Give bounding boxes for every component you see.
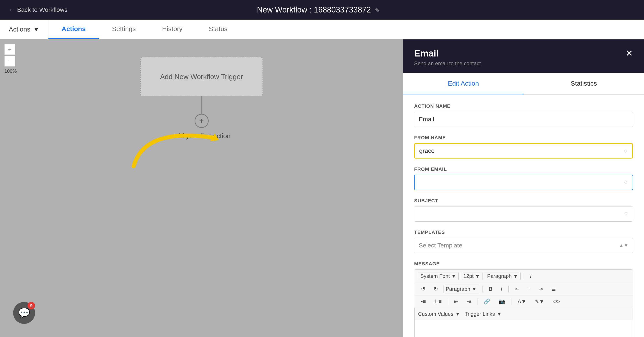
main-tabbar: Actions ▼ Actions Settings History Statu… (0, 20, 644, 39)
from-name-input[interactable] (419, 147, 623, 154)
zoom-out-button[interactable]: − (4, 56, 15, 66)
font-size-select[interactable]: 12pt ▼ (461, 272, 482, 280)
indent-button[interactable]: ⇥ (464, 297, 474, 306)
italic-button[interactable]: I (527, 272, 535, 281)
chevron-down-icon: ▼ (33, 26, 40, 33)
back-label: Back to Workflows (17, 6, 68, 13)
toolbar-separator-2 (482, 286, 482, 292)
subject-input[interactable] (419, 210, 624, 217)
message-label: MESSAGE (414, 261, 633, 267)
panel-header: Email Send an email to the contact ✕ (403, 39, 644, 73)
panel-tab-statistics[interactable]: Statistics (524, 73, 644, 94)
toolbar-row-lists: •≡ 1.≡ ⇤ ⇥ 🔗 📷 A▼ ✎▼ </> (414, 295, 633, 308)
templates-field: TEMPLATES Select Template ▲▼ (414, 230, 633, 253)
align-left-button[interactable]: ⇤ (512, 285, 522, 294)
undo-button[interactable]: ↺ (418, 285, 428, 294)
unordered-list-button[interactable]: •≡ (418, 297, 429, 306)
action-name-input[interactable] (419, 116, 628, 123)
toolbar-row-format: ↺ ↻ Paragraph ▼ B I ⇤ ≡ ⇥ ≣ (414, 283, 633, 295)
bold-button[interactable]: B (486, 285, 496, 294)
action-name-label: ACTION NAME (414, 103, 633, 109)
trigger-label: Add New Workflow Trigger (160, 72, 243, 82)
from-email-field: FROM EMAIL ♢ (414, 166, 633, 190)
paragraph-select-2[interactable]: Paragraph ▼ (443, 285, 479, 293)
tab-status[interactable]: Status (196, 20, 240, 39)
plus-icon: + (199, 116, 204, 125)
tag-icon[interactable]: ♢ (623, 148, 628, 154)
italic-button-2[interactable]: I (498, 285, 505, 294)
chat-badge: 9 (28, 302, 35, 310)
main-area: + − 100% Add New Workflow Trigger + Add … (0, 39, 644, 337)
tab-history[interactable]: History (149, 20, 196, 39)
align-right-button[interactable]: ⇥ (536, 285, 546, 294)
tab-actions[interactable]: Actions (48, 20, 99, 39)
image-button[interactable]: 📷 (496, 297, 508, 306)
tl-chevron-icon: ▼ (497, 311, 502, 317)
chat-bubble[interactable]: 💬 9 (13, 302, 35, 324)
toolbar-separator-6 (511, 298, 512, 305)
subject-input-wrapper: ♢ (414, 206, 633, 222)
para-chevron-icon: ▼ (513, 273, 518, 279)
templates-label: TEMPLATES (414, 230, 633, 235)
cv-chevron-icon: ▼ (455, 311, 460, 317)
subject-field: SUBJECT ♢ (414, 198, 633, 222)
panel-content: ACTION NAME FROM NAME ♢ FROM EMAIL ♢ (403, 95, 644, 337)
toolbar-separator-4 (448, 298, 448, 305)
custom-values-button[interactable]: Custom Values ▼ (418, 311, 460, 317)
outdent-button[interactable]: ⇤ (451, 297, 462, 306)
actions-dropdown-label: Actions (9, 26, 30, 33)
tab-settings[interactable]: Settings (99, 20, 149, 39)
code-button[interactable]: </> (550, 297, 563, 306)
close-panel-button[interactable]: ✕ (626, 48, 633, 58)
ordered-list-button[interactable]: 1.≡ (431, 297, 444, 306)
from-name-field: FROM NAME ♢ (414, 135, 633, 159)
workflow-title: New Workflow : 1688033733872 ✎ (257, 5, 380, 14)
panel-tab-edit[interactable]: Edit Action (403, 73, 524, 94)
template-placeholder: Select Template (419, 242, 462, 249)
action-name-field: ACTION NAME (414, 103, 633, 127)
subject-tag-icon[interactable]: ♢ (624, 211, 628, 217)
message-field: MESSAGE System Font ▼ 12pt ▼ Paragraph (414, 261, 633, 337)
email-tag-icon[interactable]: ♢ (624, 179, 628, 185)
from-email-input-wrapper: ♢ (414, 175, 633, 190)
edit-title-icon[interactable]: ✎ (375, 7, 380, 14)
justify-button[interactable]: ≣ (548, 285, 559, 294)
from-email-input[interactable] (419, 179, 624, 186)
panel-subtitle: Send an email to the contact (414, 60, 481, 66)
back-arrow-icon: ← (9, 6, 15, 13)
font-color-button[interactable]: A▼ (514, 297, 530, 306)
toolbar-separator-5 (477, 298, 478, 305)
back-to-workflows-button[interactable]: ← Back to Workflows (9, 6, 68, 13)
size-chevron-icon: ▼ (475, 273, 480, 279)
template-select[interactable]: Select Template ▲▼ (414, 238, 633, 253)
add-action-label: Add your first action (172, 132, 230, 140)
chat-icon: 💬 (18, 307, 30, 319)
link-button[interactable]: 🔗 (480, 297, 493, 306)
panel-title: Email (414, 48, 481, 59)
workflow-trigger-box[interactable]: Add New Workflow Trigger (140, 57, 263, 96)
add-action-button[interactable]: + (194, 114, 208, 128)
font-family-select[interactable]: System Font ▼ (418, 272, 458, 280)
right-panel: Email Send an email to the contact ✕ Edi… (403, 39, 644, 337)
panel-tabs: Edit Action Statistics (403, 73, 644, 95)
workflow-canvas: + − 100% Add New Workflow Trigger + Add … (0, 39, 403, 337)
actions-dropdown[interactable]: Actions ▼ (0, 20, 48, 39)
zoom-in-button[interactable]: + (4, 44, 15, 55)
zoom-percentage: 100% (4, 68, 17, 74)
panel-title-area: Email Send an email to the contact (414, 48, 481, 66)
trigger-links-button[interactable]: Trigger Links ▼ (465, 311, 502, 317)
connector-line (201, 96, 202, 114)
from-name-input-wrapper: ♢ (414, 143, 633, 159)
highlight-button[interactable]: ✎▼ (532, 297, 547, 306)
para2-chevron-icon: ▼ (472, 286, 477, 292)
redo-button[interactable]: ↻ (430, 285, 441, 294)
action-name-input-wrapper (414, 112, 633, 127)
message-toolbar: System Font ▼ 12pt ▼ Paragraph ▼ I (414, 269, 633, 337)
toolbar-separator-3 (508, 286, 508, 292)
message-body[interactable] (414, 320, 633, 337)
from-name-label: FROM NAME (414, 135, 633, 141)
toolbar-separator-1 (524, 273, 524, 279)
align-center-button[interactable]: ≡ (524, 285, 534, 294)
topbar-left: ← Back to Workflows (9, 6, 68, 13)
paragraph-select[interactable]: Paragraph ▼ (485, 272, 521, 280)
